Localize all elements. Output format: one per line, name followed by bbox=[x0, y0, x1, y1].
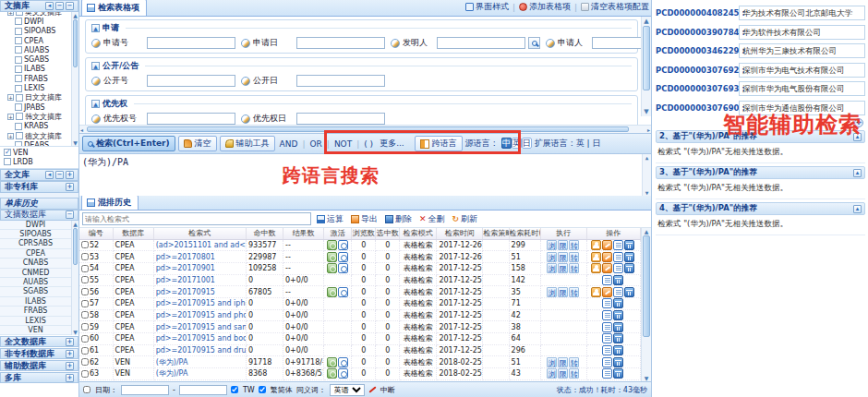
expand-icon[interactable]: + bbox=[7, 12, 14, 16]
column-header[interactable]: 结果数 bbox=[283, 228, 324, 239]
row-checkbox[interactable] bbox=[81, 265, 89, 272]
pcd-id[interactable]: PCD000000408245 : bbox=[656, 8, 737, 18]
table-row[interactable]: 59CPEApd>=20170915 and samsung00+0/000表格… bbox=[79, 321, 641, 333]
row-checkbox[interactable] bbox=[81, 347, 89, 355]
preview-icon[interactable] bbox=[338, 357, 348, 367]
expand-more-icon[interactable]: ✚ bbox=[854, 118, 863, 127]
field-input-申请号[interactable] bbox=[147, 37, 235, 49]
trash-icon[interactable] bbox=[624, 252, 634, 262]
tree-scrollbar[interactable]: ▲▼ bbox=[71, 12, 78, 146]
delete-button[interactable]: 删除 bbox=[383, 213, 414, 225]
copy-icon[interactable] bbox=[602, 357, 612, 367]
copy-icon[interactable] bbox=[602, 298, 612, 308]
row-checkbox[interactable] bbox=[81, 253, 89, 260]
user-icon[interactable] bbox=[591, 287, 601, 297]
preview-icon[interactable] bbox=[338, 252, 348, 262]
pcd-id[interactable]: PCD000000307690 : bbox=[656, 103, 737, 113]
pcd-id[interactable]: PCD000000346229 : bbox=[656, 46, 737, 55]
column-header[interactable]: 检索时间 bbox=[437, 228, 483, 239]
query-scrollbar[interactable]: ▲▼ bbox=[642, 154, 651, 196]
add-form-item-button[interactable]: 添加表格项 bbox=[519, 1, 571, 13]
collapse-icon[interactable]: ▲ bbox=[91, 100, 100, 108]
db-list-item-DWPI[interactable]: DWPI bbox=[0, 221, 71, 230]
db-list-item-LEXIS[interactable]: LEXIS bbox=[0, 317, 71, 326]
checkbox[interactable] bbox=[15, 75, 22, 82]
view-results-icon[interactable] bbox=[327, 287, 337, 297]
db-list-item-ILABS[interactable]: ILABS bbox=[0, 297, 71, 307]
copy-icon[interactable] bbox=[602, 368, 612, 379]
exec-button-限[interactable]: 限 bbox=[558, 263, 568, 273]
assist-section-header[interactable]: 2、基于"(华为)/PA"的推荐▴ bbox=[656, 130, 865, 143]
query-cell[interactable]: pd>=20170915 and drug bbox=[153, 344, 246, 356]
db-list-item-FRABS[interactable]: FRABS bbox=[0, 307, 71, 316]
column-header[interactable]: 检索式 bbox=[153, 228, 246, 239]
exec-button-浏[interactable]: 浏 bbox=[547, 357, 557, 367]
date-to-input[interactable] bbox=[179, 385, 227, 395]
exec-button-转[interactable]: 转 bbox=[569, 252, 579, 262]
fanjian-checkbox[interactable] bbox=[259, 386, 266, 393]
checkbox[interactable] bbox=[15, 28, 22, 35]
form-hscrollbar[interactable]: ◂▸ bbox=[79, 125, 651, 133]
preview-icon[interactable] bbox=[338, 287, 348, 297]
delete-all-button[interactable]: ✕全删 bbox=[417, 213, 447, 225]
row-checkbox[interactable] bbox=[81, 335, 89, 343]
trash-icon[interactable] bbox=[624, 287, 634, 297]
column-header[interactable]: 检索模式 bbox=[400, 228, 437, 239]
collapse-icon[interactable]: − bbox=[66, 2, 74, 10]
tree-item-KRABS[interactable]: KRABS bbox=[2, 122, 78, 131]
exec-button-限[interactable]: 限 bbox=[558, 240, 568, 250]
accordion-非专利数据库[interactable]: 非专利数据库+ bbox=[0, 348, 78, 359]
table-row[interactable]: 55CPEApd>=2017100100+0/000表格检索2017-12-25… bbox=[79, 274, 641, 286]
row-checkbox[interactable] bbox=[81, 276, 89, 283]
clear-button[interactable]: 清空 bbox=[178, 136, 217, 151]
assist-section-header[interactable]: 3、基于"(华为)/PA"的推荐▴ bbox=[656, 166, 865, 179]
query-cell[interactable]: (华为)/PA bbox=[153, 368, 246, 380]
db-list-item-AUABS[interactable]: AUABS bbox=[0, 278, 71, 287]
export-button[interactable]: 导出 bbox=[349, 213, 380, 225]
operator-and[interactable]: AND bbox=[278, 139, 300, 149]
table-row[interactable]: 63VEN(华为)/PA83680+8368/512000表格检索2018-02… bbox=[79, 368, 641, 380]
collapse-icon[interactable]: ▴ bbox=[853, 205, 862, 213]
copy-icon[interactable] bbox=[613, 263, 623, 273]
user-icon[interactable] bbox=[591, 240, 601, 250]
db-list-item-VEN[interactable]: VEN bbox=[0, 326, 71, 335]
checkbox[interactable] bbox=[15, 141, 22, 147]
trash-icon[interactable] bbox=[613, 345, 623, 355]
accordion-多库[interactable]: 多库+ bbox=[0, 372, 78, 383]
trash-icon[interactable] bbox=[613, 275, 623, 285]
query-cell[interactable]: pd>=20170915 and book bbox=[153, 333, 246, 345]
row-checkbox[interactable] bbox=[81, 323, 89, 331]
copy-icon[interactable] bbox=[602, 275, 612, 285]
row-checkbox[interactable] bbox=[81, 311, 89, 319]
copy-icon[interactable] bbox=[602, 322, 612, 332]
form-scrollbar[interactable]: ▲▼ bbox=[641, 17, 651, 116]
tree-item-CPEA[interactable]: CPEA bbox=[2, 36, 78, 45]
pin-icon[interactable]: ◂ bbox=[45, 2, 54, 10]
column-header[interactable]: 数据库 bbox=[113, 228, 153, 239]
view-results-icon[interactable] bbox=[327, 357, 337, 367]
query-cell[interactable]: pd>=20170915 and phone bbox=[153, 309, 246, 321]
tree-item-SIPOABS[interactable]: SIPOABS bbox=[2, 27, 78, 36]
tree-item-DWPI[interactable]: DWPI bbox=[2, 17, 78, 26]
db-list-item-CPEA[interactable]: CPEA bbox=[0, 249, 71, 259]
exec-button-转[interactable]: 转 bbox=[569, 263, 579, 273]
view-results-icon[interactable] bbox=[327, 368, 337, 379]
checkbox[interactable] bbox=[15, 18, 22, 25]
trash-icon[interactable] bbox=[624, 263, 634, 273]
history-query-input[interactable] bbox=[82, 212, 311, 225]
tree-item-JPABS[interactable]: JPABS bbox=[2, 102, 78, 112]
checkbox[interactable] bbox=[15, 103, 22, 111]
query-editor[interactable]: (华为)/PA ▲▼ bbox=[79, 154, 651, 196]
tree-item-LRDB[interactable]: LRDB bbox=[4, 157, 78, 166]
trash-icon[interactable] bbox=[613, 310, 623, 320]
assist-section-header[interactable]: 4、基于"(华为)/PA"的推荐▴ bbox=[656, 202, 865, 215]
exec-button-浏[interactable]: 浏 bbox=[547, 252, 557, 262]
field-input-发明人[interactable] bbox=[437, 37, 525, 49]
tree-item-德文文摘库[interactable]: +德文文摘库 bbox=[2, 131, 78, 140]
checkbox[interactable] bbox=[16, 132, 23, 139]
clear-form-config-button[interactable]: 清空表格项配置 bbox=[581, 1, 649, 13]
interrupt-label[interactable]: 中断 bbox=[380, 385, 395, 395]
trash-icon[interactable] bbox=[624, 240, 634, 250]
expand-icon[interactable]: + bbox=[66, 338, 74, 346]
db-list-scrollbar[interactable]: ▲▼ bbox=[71, 221, 78, 336]
